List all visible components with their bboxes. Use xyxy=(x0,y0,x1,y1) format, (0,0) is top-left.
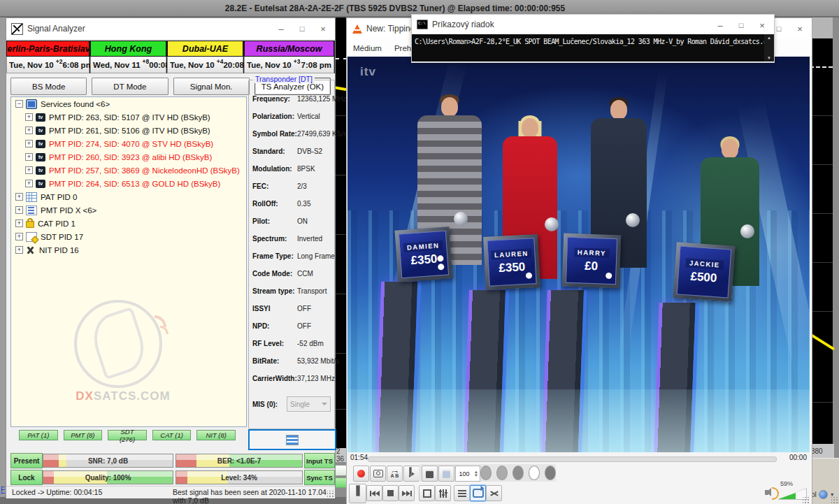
tree-expander-icon[interactable]: + xyxy=(15,206,23,214)
pause-button[interactable] xyxy=(349,484,366,503)
tree-expander-icon[interactable]: + xyxy=(15,246,23,254)
previous-button[interactable] xyxy=(366,485,382,501)
record-button[interactable] xyxy=(353,466,369,482)
transponder-row-value: 8PSK xyxy=(297,165,315,173)
tree-item[interactable]: + PMT PID X <6> xyxy=(11,203,246,217)
cmd-scrollbar[interactable]: ▲ ▼ xyxy=(764,34,774,62)
mode-tab[interactable]: BS Mode xyxy=(10,78,87,95)
next-button[interactable] xyxy=(399,485,415,501)
tree-expander-icon[interactable]: + xyxy=(25,127,33,134)
tree-item[interactable]: + PMT PID: 263, SID: 5107 @ ITV HD (BSky… xyxy=(21,110,246,124)
frame-by-frame-button[interactable] xyxy=(403,466,420,482)
sync-ts-indicator[interactable]: Sync TS xyxy=(304,470,335,485)
tree-expander-icon[interactable]: + xyxy=(15,233,23,240)
volume-control[interactable]: 59% xyxy=(765,483,808,503)
oval-toggle-button[interactable] xyxy=(512,466,524,480)
shuffle-button[interactable] xyxy=(486,485,502,501)
present-indicator[interactable]: Present xyxy=(10,453,43,468)
pid-button[interactable]: SDT (276) xyxy=(108,430,147,440)
transponder-row-label: BitRate: xyxy=(252,357,297,365)
oval-toggle-button[interactable] xyxy=(496,466,508,480)
tree-expander-icon[interactable]: + xyxy=(15,193,23,201)
vlc-menu-item[interactable]: Médium xyxy=(347,44,388,52)
tree-item[interactable]: + PMT PID: 261, SID: 5106 @ ITV HD (BSky… xyxy=(21,124,246,137)
lock-indicator[interactable]: Lock xyxy=(10,470,43,485)
transponder-row: Frame Type: Long Frame xyxy=(249,247,334,265)
spinner-arrows[interactable]: ▲▼ xyxy=(473,470,480,477)
close-button[interactable]: × xyxy=(752,15,773,36)
video-area[interactable]: itv DAMIEN £350 xyxy=(347,57,810,452)
clock-time-row: Tue, Nov 10 +3 7:08 pm xyxy=(244,57,334,73)
transponder-row-label: FEC: xyxy=(252,182,297,190)
tree-expander-icon[interactable]: + xyxy=(25,180,33,187)
maximize-button[interactable]: □ xyxy=(731,15,752,36)
scroll-down-icon[interactable]: ▼ xyxy=(767,55,771,62)
minimize-button[interactable]: – xyxy=(710,15,731,36)
podium-screen: HARRY £0 xyxy=(566,237,617,285)
vlc-controls: 01:54 00:00 ⌐¬A B 100 ▲▼ xyxy=(347,452,810,504)
snapshot-button[interactable] xyxy=(370,466,386,482)
show-playlist-button[interactable] xyxy=(454,485,470,501)
tree-item[interactable]: + PMT PID: 274, SID: 4070 @ STV HD (BSky… xyxy=(21,137,246,150)
input-ts-indicator[interactable]: Input TS xyxy=(304,453,335,468)
ts-list-button[interactable] xyxy=(248,429,336,450)
oval-toggle-button[interactable] xyxy=(480,466,492,480)
services-tree[interactable]: − Services found <6> + PMT PID: 263, SID… xyxy=(10,96,247,427)
tree-expander-icon[interactable]: + xyxy=(25,166,33,174)
cmd-titlebar[interactable]: Príkazový riadok – □ × xyxy=(412,15,774,34)
scroll-up-icon[interactable]: ▲ xyxy=(767,34,771,41)
tree-item-icon xyxy=(26,221,34,228)
pid-button[interactable]: PMT (8) xyxy=(64,430,103,440)
fullscreen-button[interactable] xyxy=(419,485,435,501)
tree-expander-icon[interactable]: + xyxy=(25,113,33,121)
transponder-row: Standard: DVB-S2 xyxy=(249,143,334,160)
seek-slider[interactable] xyxy=(368,456,777,462)
mis-select[interactable]: Single xyxy=(287,396,331,412)
loop-button[interactable] xyxy=(470,485,486,501)
equalizer-button[interactable] xyxy=(435,485,451,501)
tree-expander-icon[interactable]: + xyxy=(15,219,23,227)
transponder-row: Modulation: 8PSK xyxy=(249,160,334,178)
minimize-button[interactable]: – xyxy=(271,18,292,39)
close-button[interactable]: × xyxy=(313,18,334,39)
tree-expander-icon[interactable]: + xyxy=(25,153,33,161)
tree-item[interactable]: + PMT PID: 260, SID: 3923 @ alibi HD (BS… xyxy=(21,150,246,164)
pid-button[interactable]: PAT (1) xyxy=(19,430,58,440)
transponder-row: Stream type: Transport xyxy=(249,282,334,300)
tree-item[interactable]: + CAT PID 1 xyxy=(11,217,246,230)
tree-item[interactable]: − Services found <6> xyxy=(11,97,246,110)
transponder-row-label: CarrierWidth: xyxy=(252,375,297,382)
tree-item[interactable]: + SDT PID 17 xyxy=(11,230,246,243)
resize-grip[interactable] xyxy=(327,491,334,498)
mode-tab[interactable]: DT Mode xyxy=(92,78,168,95)
contestant-name: JACKIE xyxy=(685,258,724,270)
signal-analyzer-titlebar[interactable]: Signal Analyzer – □ × xyxy=(6,18,335,40)
resize-grip[interactable] xyxy=(803,497,810,504)
tree-expander-icon[interactable]: + xyxy=(25,140,33,147)
cmd-command-line: C:\Users\Roman>A2F-28,2°E_UK SPOT BEAM_L… xyxy=(415,38,764,45)
speed-spinner[interactable]: 100 ▲▼ xyxy=(455,466,480,482)
tree-item[interactable]: + PAT PID 0 xyxy=(11,190,246,203)
resize-grip[interactable] xyxy=(831,497,838,504)
oval-toggle-button[interactable] xyxy=(545,466,556,480)
dxsatcs-watermark: DXSATCS.COM xyxy=(46,300,200,412)
playlist-toggle-button[interactable] xyxy=(422,466,438,482)
ab-loop-button[interactable]: ⌐¬A B xyxy=(387,466,403,482)
tree-item[interactable]: + PMT PID: 264, SID: 6513 @ GOLD HD (BSk… xyxy=(21,177,246,190)
tree-item[interactable]: + PMT PID: 257, SID: 3869 @ NickelodeonH… xyxy=(21,164,246,177)
mode-tab[interactable]: Signal Mon. xyxy=(173,78,250,95)
tree-expander-icon[interactable]: − xyxy=(15,100,23,108)
maximize-button[interactable]: □ xyxy=(292,18,313,39)
pid-button[interactable]: NIT (8) xyxy=(196,430,236,440)
clock-time-row: Tue, Nov 10 +4 20:08:07 xyxy=(167,57,243,73)
spectrum-trace xyxy=(810,333,835,351)
close-button[interactable]: × xyxy=(789,18,810,39)
clock-time-row: Tue, Nov 10 +2 6:08 pm xyxy=(6,57,89,73)
tree-item[interactable]: + NIT PID 16 xyxy=(11,243,246,257)
pid-button[interactable]: CAT (1) xyxy=(152,430,192,440)
transponder-row-value: -52 dBm xyxy=(297,340,324,347)
cmd-console[interactable]: C:\Users\Roman>A2F-28,2°E_UK SPOT BEAM_L… xyxy=(412,34,764,62)
stop-button[interactable] xyxy=(382,485,399,501)
spectrum-dashed-line xyxy=(810,66,833,68)
oval-toggle-button[interactable] xyxy=(529,466,540,480)
